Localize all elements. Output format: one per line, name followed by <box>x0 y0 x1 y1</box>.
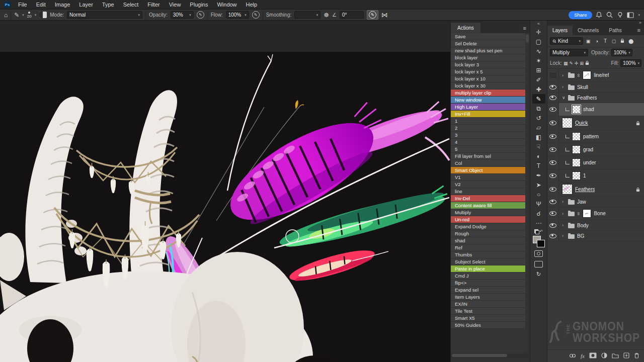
background-color-swatch[interactable] <box>537 240 545 247</box>
action-item[interactable]: V1 <box>451 174 525 181</box>
group-collapsed-caret-icon[interactable]: › <box>562 73 566 78</box>
lock-transparent-pixels-icon[interactable]: ▦ <box>564 61 568 66</box>
layer-visibility-toggle[interactable] <box>547 156 559 169</box>
action-item[interactable]: block layer <box>451 54 525 61</box>
discover-lightbulb-icon[interactable] <box>616 11 624 19</box>
layer-row-bone[interactable]: ›∞Bone <box>547 207 644 220</box>
action-item[interactable]: flip<> <box>451 280 525 287</box>
gradient-tool-icon[interactable]: ◧ <box>532 132 545 142</box>
action-item[interactable]: 4 <box>451 139 525 146</box>
lock-position-icon[interactable]: ✛ <box>575 61 579 66</box>
lock-artboard-icon[interactable]: ⊞ <box>580 61 584 66</box>
action-item[interactable]: lock layer x 5 <box>451 68 525 75</box>
action-item[interactable]: new shad plus set pen <box>451 47 525 54</box>
layer-visibility-toggle[interactable] <box>547 82 559 92</box>
new-group-folder-icon[interactable] <box>612 351 619 360</box>
menu-select[interactable]: Select <box>119 2 143 8</box>
pen-tool-icon[interactable]: ✒ <box>532 170 545 180</box>
workspace-switcher-icon[interactable] <box>627 12 635 19</box>
airbrush-toggle-active[interactable]: ✎ <box>367 10 378 20</box>
marquee-tool-icon[interactable]: ▢ <box>532 37 545 46</box>
menu-file[interactable]: File <box>14 2 32 8</box>
action-item[interactable]: 1 <box>451 118 525 125</box>
action-item[interactable]: 3 <box>451 132 525 139</box>
group-collapsed-caret-icon[interactable]: › <box>562 199 566 204</box>
layer-thumbnail[interactable] <box>562 118 573 128</box>
link-layers-icon[interactable] <box>569 351 576 360</box>
magic-wand-tool-icon[interactable]: ✶ <box>532 56 545 65</box>
brush-preset-icon[interactable]: ✎ <box>14 12 19 18</box>
layer-visibility-toggle[interactable] <box>547 183 559 196</box>
layer-visibility-toggle[interactable] <box>547 231 559 241</box>
layer-row-pattern[interactable]: pattern <box>547 130 644 143</box>
menu-window[interactable]: Window <box>212 2 241 8</box>
brush-tool-icon[interactable]: ✎ <box>532 94 545 104</box>
rotate-view-icon[interactable]: ↻ <box>532 269 545 279</box>
brush-settings-panel-toggle-icon[interactable] <box>39 12 47 18</box>
default-swap-colors-icon[interactable]: ↶ <box>534 229 543 234</box>
menu-type[interactable]: Type <box>98 2 119 8</box>
action-item[interactable]: Item Layers <box>451 294 525 301</box>
layer-row-under[interactable]: under <box>547 156 644 169</box>
action-item[interactable]: Cmd J <box>451 273 525 280</box>
layer-thumbnail[interactable] <box>572 145 581 154</box>
layer-name[interactable]: Feathers <box>577 95 597 101</box>
workspace-chevron-icon[interactable]: ▾ <box>638 13 640 17</box>
menu-edit[interactable]: Edit <box>32 2 50 8</box>
document-canvas[interactable] <box>0 21 450 362</box>
action-item[interactable]: Fill layer from sel <box>451 153 525 160</box>
action-item[interactable]: 5 <box>451 146 525 153</box>
action-item[interactable]: Content aware fill <box>451 202 525 209</box>
brush-preset-chevron-icon[interactable]: ▾ <box>22 13 24 17</box>
layer-visibility-toggle[interactable] <box>547 207 559 220</box>
layer-visibility-toggle[interactable] <box>547 116 559 130</box>
layer-visibility-toggle[interactable] <box>547 143 559 156</box>
layer-name[interactable]: Skull <box>577 84 588 90</box>
home-icon[interactable]: ⌂ <box>4 12 8 18</box>
layer-row-jaw[interactable]: ›Jaw <box>547 197 644 207</box>
layer-row-grad[interactable]: grad <box>547 143 644 156</box>
layer-visibility-toggle[interactable] <box>547 197 559 207</box>
tab-actions[interactable]: Actions <box>451 23 480 33</box>
layer-name[interactable]: 1 <box>583 173 586 178</box>
filter-pixel-layers-icon[interactable]: ▣ <box>585 39 592 44</box>
layer-row-feathers[interactable]: ∨Feathers <box>547 93 644 103</box>
filter-shape-layers-icon[interactable]: ▢ <box>610 39 617 44</box>
notifications-bell-icon[interactable] <box>595 11 603 19</box>
layer-name[interactable]: under <box>583 160 596 165</box>
menu-image[interactable]: Image <box>50 2 75 8</box>
layers-panel-menu-icon[interactable]: ≡ <box>637 27 644 35</box>
layer-visibility-toggle[interactable] <box>547 69 559 81</box>
brush-size-chevron-icon[interactable]: ▾ <box>35 13 37 17</box>
add-layer-mask-icon[interactable] <box>589 351 597 360</box>
paint-symmetry-icon[interactable]: ⋈ <box>381 12 388 18</box>
crop-tool-icon[interactable]: ⊞ <box>532 65 545 75</box>
actions-panel-menu-icon[interactable]: ≡ <box>523 25 530 33</box>
action-item[interactable]: High Layer <box>451 104 525 111</box>
layer-name[interactable]: Quick <box>575 120 588 126</box>
delete-layer-trash-icon[interactable] <box>634 351 639 360</box>
filter-adjustment-layers-icon[interactable]: ◑ <box>593 39 600 44</box>
layer-row-quick[interactable]: Quick <box>547 116 644 130</box>
zoom-tool-icon[interactable]: ☌ <box>532 209 545 218</box>
action-item[interactable]: line <box>451 188 525 195</box>
action-item[interactable]: Expand Dodge <box>451 223 525 230</box>
layer-row-bg[interactable]: ›BG <box>547 231 644 241</box>
clone-stamp-tool-icon[interactable]: ⧉ <box>532 104 545 113</box>
eraser-tool-icon[interactable]: ▱ <box>532 123 545 132</box>
lasso-tool-icon[interactable]: ∿ <box>532 46 545 56</box>
layer-row-body[interactable]: ›Body <box>547 220 644 231</box>
action-item[interactable]: lock layer x 10 <box>451 75 525 82</box>
layer-thumbnail[interactable] <box>572 105 581 114</box>
smoothing-dropdown[interactable]: ▾ <box>294 11 320 19</box>
action-item[interactable]: Un-red <box>451 216 525 223</box>
group-expanded-caret-icon[interactable]: ∨ <box>562 95 566 100</box>
eyedropper-tool-icon[interactable]: ✐ <box>532 75 545 84</box>
collapse-tools-icon[interactable]: « <box>537 21 540 27</box>
layer-thumbnail[interactable] <box>572 171 581 180</box>
tab-channels[interactable]: Channels <box>573 26 604 35</box>
action-item[interactable]: lock layer x 30 <box>451 82 525 89</box>
history-brush-tool-icon[interactable]: ↺ <box>532 113 545 123</box>
brush-size-preview[interactable]: 20 <box>27 12 32 19</box>
layer-visibility-toggle[interactable] <box>547 220 559 230</box>
